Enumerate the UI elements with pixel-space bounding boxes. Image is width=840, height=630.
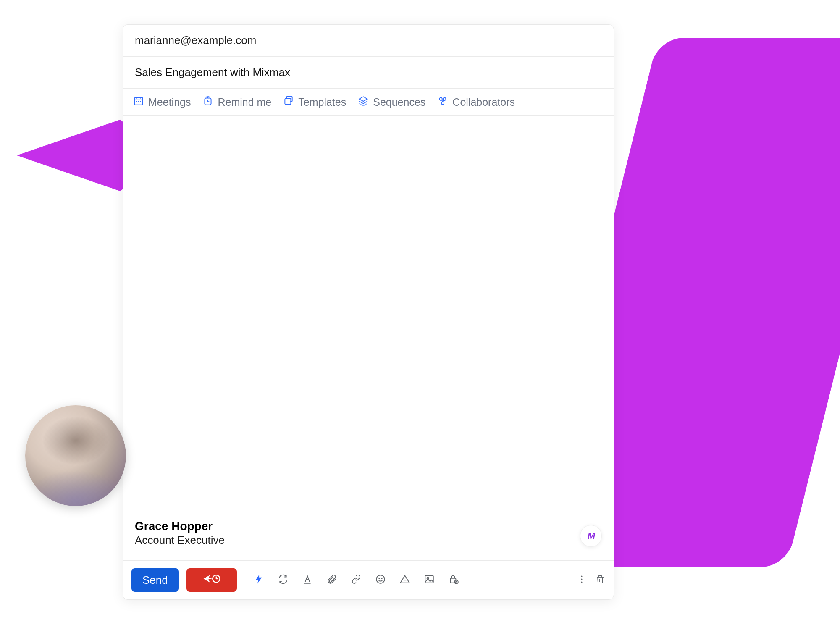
decorative-shape-left (17, 118, 126, 193)
stopwatch-icon (202, 95, 213, 109)
collaborators-button[interactable]: Collaborators (437, 95, 515, 109)
paperclip-icon (326, 574, 337, 586)
lock-clock-icon (448, 574, 459, 586)
signature-name: Grace Hopper (135, 520, 225, 533)
image-icon (424, 574, 435, 586)
send-label: Send (142, 574, 168, 587)
undo-redo-button[interactable] (277, 574, 289, 586)
svg-point-23 (376, 575, 385, 583)
mixmax-logo-icon: M (588, 530, 594, 541)
compose-window: Meetings Remind me Templates Sequences C… (123, 24, 614, 600)
trash-icon (595, 578, 605, 585)
drive-icon (399, 574, 410, 586)
mixmax-badge[interactable]: M (580, 525, 602, 547)
send-later-button[interactable] (186, 568, 237, 592)
collaborators-icon (437, 95, 448, 109)
bolt-icon (253, 574, 264, 586)
svg-point-5 (138, 102, 139, 102)
svg-point-33 (581, 578, 582, 580)
subject-input[interactable] (135, 66, 602, 79)
send-later-icon (202, 573, 221, 587)
svg-point-4 (136, 102, 137, 102)
subject-field-row[interactable] (123, 57, 614, 89)
templates-icon (283, 95, 294, 109)
link-icon (351, 574, 362, 586)
toolbar-label: Meetings (148, 96, 191, 108)
discard-button[interactable] (595, 574, 605, 586)
meetings-button[interactable]: Meetings (133, 95, 191, 109)
calendar-icon (133, 95, 144, 109)
svg-point-6 (140, 102, 141, 102)
toolbar-label: Collaborators (452, 96, 515, 108)
text-format-button[interactable] (302, 574, 313, 586)
svg-line-17 (443, 100, 444, 102)
link-button[interactable] (350, 574, 362, 586)
compose-footer: Send (123, 560, 614, 599)
toolbar-label: Sequences (373, 96, 425, 108)
emoji-button[interactable] (375, 574, 386, 586)
sequences-button[interactable]: Sequences (358, 95, 425, 109)
templates-button[interactable]: Templates (283, 95, 346, 109)
drive-button[interactable] (399, 574, 411, 586)
body-text[interactable] (135, 126, 602, 520)
kebab-icon (577, 578, 587, 585)
svg-point-15 (441, 102, 444, 105)
format-toolbar (253, 574, 459, 586)
send-button[interactable]: Send (131, 568, 179, 592)
toolbar-label: Remind me (218, 96, 271, 108)
confidential-button[interactable] (448, 574, 459, 586)
enhance-button[interactable] (253, 574, 265, 586)
signature-title: Account Executive (135, 534, 225, 547)
avatar (25, 405, 126, 506)
toolbar-label: Templates (298, 96, 346, 108)
svg-point-34 (581, 581, 582, 583)
svg-point-32 (581, 575, 582, 577)
sync-icon (278, 574, 289, 586)
svg-point-25 (381, 578, 382, 578)
mixmax-toolbar: Meetings Remind me Templates Sequences C… (123, 89, 614, 116)
to-field-row[interactable] (123, 25, 614, 57)
to-input[interactable] (135, 34, 602, 47)
emoji-icon (375, 574, 386, 586)
more-options-button[interactable] (577, 574, 587, 586)
email-body[interactable]: Grace Hopper Account Executive M (123, 116, 614, 560)
svg-point-24 (379, 578, 379, 578)
remind-me-button[interactable]: Remind me (202, 95, 271, 109)
sequences-icon (358, 95, 369, 109)
svg-rect-26 (425, 575, 433, 583)
signature-block: Grace Hopper Account Executive M (135, 520, 602, 550)
text-format-icon (302, 574, 313, 586)
image-button[interactable] (423, 574, 435, 586)
attach-button[interactable] (326, 574, 338, 586)
